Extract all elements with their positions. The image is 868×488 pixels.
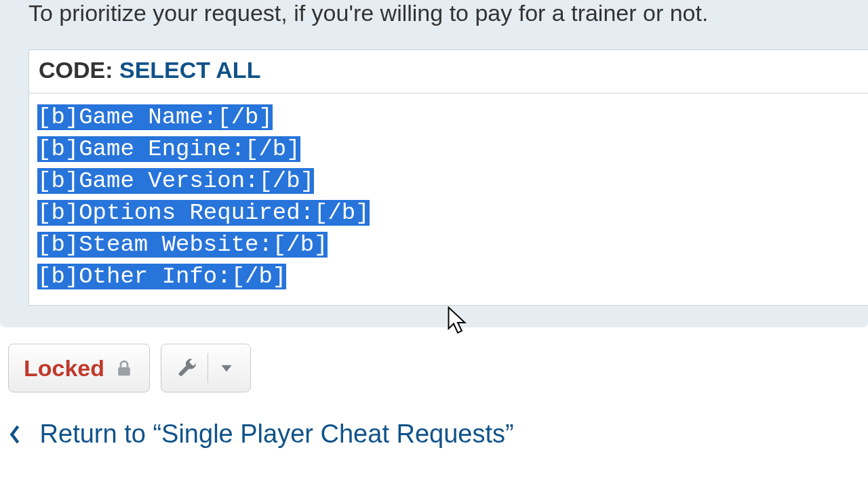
code-line: [b]Other Info:[/b] <box>37 264 286 289</box>
post-body: To prioritize your request, if you're wi… <box>0 0 868 327</box>
locked-button-label: Locked <box>24 355 104 382</box>
chevron-left-icon <box>8 420 29 448</box>
button-separator <box>208 353 208 383</box>
svg-rect-0 <box>118 367 130 376</box>
lock-icon <box>114 358 134 378</box>
caret-down-icon <box>218 359 235 377</box>
locked-button[interactable]: Locked <box>8 344 150 392</box>
return-to-forum-link[interactable]: Return to “Single Player Cheat Requests” <box>0 399 868 449</box>
code-box: CODE: SELECT ALL [b]Game Name:[/b] [b]Ga… <box>28 49 868 306</box>
code-header: CODE: SELECT ALL <box>29 50 868 94</box>
return-link-text: Return to “Single Player Cheat Requests” <box>40 420 514 448</box>
code-body[interactable]: [b]Game Name:[/b] [b]Game Engine:[/b] [b… <box>29 94 868 305</box>
code-text[interactable]: [b]Game Name:[/b] [b]Game Engine:[/b] [b… <box>37 102 861 293</box>
actions-row: Locked <box>0 327 868 399</box>
topic-tools-button[interactable] <box>161 344 251 392</box>
select-all-link[interactable]: SELECT ALL <box>119 57 260 83</box>
wrench-icon <box>176 357 198 379</box>
code-line: [b]Options Required:[/b] <box>37 200 370 226</box>
code-line: [b]Game Engine:[/b] <box>37 136 300 162</box>
code-line: [b]Game Name:[/b] <box>37 104 273 130</box>
code-line: [b]Game Version:[/b] <box>37 168 314 194</box>
code-label: CODE: <box>39 57 119 83</box>
post-prompt-text: To prioritize your request, if you're wi… <box>28 0 868 49</box>
code-line: [b]Steam Website:[/b] <box>37 232 328 258</box>
